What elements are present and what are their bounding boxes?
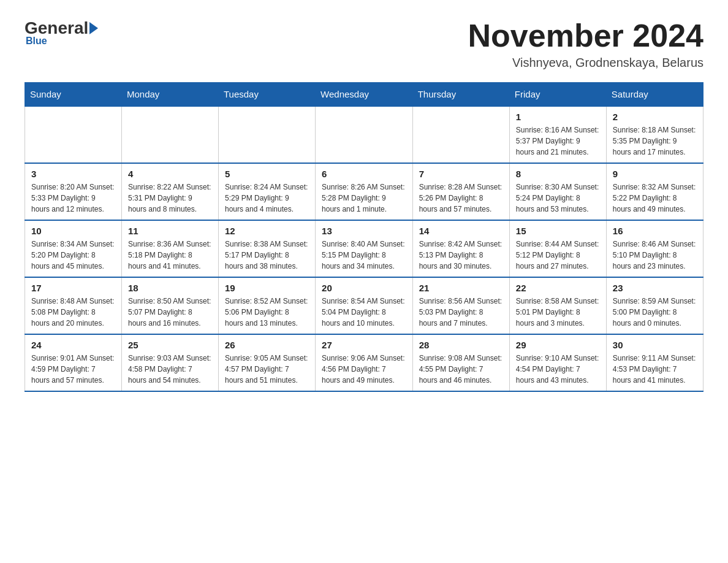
logo-blue-text: Blue (26, 36, 47, 47)
header-wednesday: Wednesday (316, 83, 413, 107)
day-info: Sunrise: 8:54 AM Sunset: 5:04 PM Dayligh… (322, 296, 406, 329)
calendar-cell: 21Sunrise: 8:56 AM Sunset: 5:03 PM Dayli… (412, 277, 509, 334)
day-number: 8 (516, 169, 600, 179)
calendar-cell: 30Sunrise: 9:11 AM Sunset: 4:53 PM Dayli… (606, 334, 703, 391)
calendar-week-1: 1Sunrise: 8:16 AM Sunset: 5:37 PM Daylig… (25, 106, 703, 163)
logo-triangle-icon (89, 22, 98, 34)
day-number: 14 (419, 226, 503, 236)
header-thursday: Thursday (412, 83, 509, 107)
day-number: 5 (225, 169, 309, 179)
calendar-cell: 11Sunrise: 8:36 AM Sunset: 5:18 PM Dayli… (121, 220, 218, 277)
day-info: Sunrise: 9:05 AM Sunset: 4:57 PM Dayligh… (225, 353, 309, 386)
day-info: Sunrise: 8:18 AM Sunset: 5:35 PM Dayligh… (613, 124, 697, 158)
calendar-cell: 7Sunrise: 8:28 AM Sunset: 5:26 PM Daylig… (412, 163, 509, 220)
month-title: November 2024 (468, 18, 703, 53)
header: General Blue November 2024 Vishnyeva, Gr… (25, 18, 703, 70)
calendar-cell: 10Sunrise: 8:34 AM Sunset: 5:20 PM Dayli… (25, 220, 122, 277)
calendar-cell: 20Sunrise: 8:54 AM Sunset: 5:04 PM Dayli… (316, 277, 413, 334)
day-info: Sunrise: 9:10 AM Sunset: 4:54 PM Dayligh… (516, 353, 600, 386)
day-number: 23 (613, 283, 697, 293)
calendar-cell: 1Sunrise: 8:16 AM Sunset: 5:37 PM Daylig… (509, 106, 606, 163)
day-number: 18 (128, 283, 212, 293)
calendar-cell: 22Sunrise: 8:58 AM Sunset: 5:01 PM Dayli… (509, 277, 606, 334)
calendar-cell: 14Sunrise: 8:42 AM Sunset: 5:13 PM Dayli… (412, 220, 509, 277)
day-info: Sunrise: 8:36 AM Sunset: 5:18 PM Dayligh… (128, 239, 212, 272)
day-number: 6 (322, 169, 406, 179)
day-info: Sunrise: 8:30 AM Sunset: 5:24 PM Dayligh… (516, 182, 600, 215)
day-info: Sunrise: 8:48 AM Sunset: 5:08 PM Dayligh… (31, 296, 115, 329)
day-number: 28 (419, 340, 503, 350)
day-number: 22 (516, 283, 600, 293)
calendar-cell: 27Sunrise: 9:06 AM Sunset: 4:56 PM Dayli… (316, 334, 413, 391)
calendar-cell: 16Sunrise: 8:46 AM Sunset: 5:10 PM Dayli… (606, 220, 703, 277)
day-number: 17 (31, 283, 115, 293)
calendar-cell: 5Sunrise: 8:24 AM Sunset: 5:29 PM Daylig… (218, 163, 315, 220)
day-info: Sunrise: 8:20 AM Sunset: 5:33 PM Dayligh… (31, 182, 115, 215)
calendar-week-5: 24Sunrise: 9:01 AM Sunset: 4:59 PM Dayli… (25, 334, 703, 391)
day-info: Sunrise: 8:59 AM Sunset: 5:00 PM Dayligh… (613, 296, 697, 329)
day-number: 9 (613, 169, 697, 179)
day-info: Sunrise: 8:28 AM Sunset: 5:26 PM Dayligh… (419, 182, 503, 215)
calendar-cell (316, 106, 413, 163)
calendar-cell: 24Sunrise: 9:01 AM Sunset: 4:59 PM Dayli… (25, 334, 122, 391)
day-info: Sunrise: 8:56 AM Sunset: 5:03 PM Dayligh… (419, 296, 503, 329)
day-number: 24 (31, 340, 115, 350)
calendar-cell: 3Sunrise: 8:20 AM Sunset: 5:33 PM Daylig… (25, 163, 122, 220)
day-info: Sunrise: 8:16 AM Sunset: 5:37 PM Dayligh… (516, 124, 600, 158)
calendar-cell: 17Sunrise: 8:48 AM Sunset: 5:08 PM Dayli… (25, 277, 122, 334)
day-number: 15 (516, 226, 600, 236)
calendar-cell (412, 106, 509, 163)
day-number: 3 (31, 169, 115, 179)
location-title: Vishnyeva, Grodnenskaya, Belarus (468, 56, 703, 70)
header-tuesday: Tuesday (218, 83, 315, 107)
calendar-cell: 26Sunrise: 9:05 AM Sunset: 4:57 PM Dayli… (218, 334, 315, 391)
day-info: Sunrise: 8:40 AM Sunset: 5:15 PM Dayligh… (322, 239, 406, 272)
calendar-cell: 13Sunrise: 8:40 AM Sunset: 5:15 PM Dayli… (316, 220, 413, 277)
calendar-cell: 4Sunrise: 8:22 AM Sunset: 5:31 PM Daylig… (121, 163, 218, 220)
calendar-cell (218, 106, 315, 163)
day-number: 26 (225, 340, 309, 350)
day-info: Sunrise: 8:34 AM Sunset: 5:20 PM Dayligh… (31, 239, 115, 272)
day-info: Sunrise: 9:08 AM Sunset: 4:55 PM Dayligh… (419, 353, 503, 386)
calendar-week-4: 17Sunrise: 8:48 AM Sunset: 5:08 PM Dayli… (25, 277, 703, 334)
day-number: 27 (322, 340, 406, 350)
calendar-cell: 29Sunrise: 9:10 AM Sunset: 4:54 PM Dayli… (509, 334, 606, 391)
header-saturday: Saturday (606, 83, 703, 107)
day-info: Sunrise: 8:50 AM Sunset: 5:07 PM Dayligh… (128, 296, 212, 329)
calendar-cell: 28Sunrise: 9:08 AM Sunset: 4:55 PM Dayli… (412, 334, 509, 391)
day-number: 20 (322, 283, 406, 293)
calendar-cell: 9Sunrise: 8:32 AM Sunset: 5:22 PM Daylig… (606, 163, 703, 220)
calendar-cell (25, 106, 122, 163)
day-number: 4 (128, 169, 212, 179)
day-number: 30 (613, 340, 697, 350)
day-number: 13 (322, 226, 406, 236)
day-number: 12 (225, 226, 309, 236)
day-number: 25 (128, 340, 212, 350)
day-number: 21 (419, 283, 503, 293)
day-info: Sunrise: 8:42 AM Sunset: 5:13 PM Dayligh… (419, 239, 503, 272)
day-info: Sunrise: 9:03 AM Sunset: 4:58 PM Dayligh… (128, 353, 212, 386)
day-info: Sunrise: 8:38 AM Sunset: 5:17 PM Dayligh… (225, 239, 309, 272)
day-number: 10 (31, 226, 115, 236)
title-area: November 2024 Vishnyeva, Grodnenskaya, B… (468, 18, 703, 70)
day-number: 1 (516, 112, 600, 122)
day-info: Sunrise: 8:46 AM Sunset: 5:10 PM Dayligh… (613, 239, 697, 272)
calendar-week-3: 10Sunrise: 8:34 AM Sunset: 5:20 PM Dayli… (25, 220, 703, 277)
calendar-week-2: 3Sunrise: 8:20 AM Sunset: 5:33 PM Daylig… (25, 163, 703, 220)
calendar-header-row: SundayMondayTuesdayWednesdayThursdayFrid… (25, 83, 703, 107)
day-info: Sunrise: 8:26 AM Sunset: 5:28 PM Dayligh… (322, 182, 406, 215)
calendar-cell: 2Sunrise: 8:18 AM Sunset: 5:35 PM Daylig… (606, 106, 703, 163)
day-number: 7 (419, 169, 503, 179)
day-info: Sunrise: 8:32 AM Sunset: 5:22 PM Dayligh… (613, 182, 697, 215)
day-info: Sunrise: 8:52 AM Sunset: 5:06 PM Dayligh… (225, 296, 309, 329)
day-number: 19 (225, 283, 309, 293)
header-sunday: Sunday (25, 83, 122, 107)
day-info: Sunrise: 8:24 AM Sunset: 5:29 PM Dayligh… (225, 182, 309, 215)
day-number: 11 (128, 226, 212, 236)
calendar-cell: 15Sunrise: 8:44 AM Sunset: 5:12 PM Dayli… (509, 220, 606, 277)
calendar-cell: 6Sunrise: 8:26 AM Sunset: 5:28 PM Daylig… (316, 163, 413, 220)
day-info: Sunrise: 8:58 AM Sunset: 5:01 PM Dayligh… (516, 296, 600, 329)
calendar-cell: 8Sunrise: 8:30 AM Sunset: 5:24 PM Daylig… (509, 163, 606, 220)
day-info: Sunrise: 9:06 AM Sunset: 4:56 PM Dayligh… (322, 353, 406, 386)
calendar-cell (121, 106, 218, 163)
